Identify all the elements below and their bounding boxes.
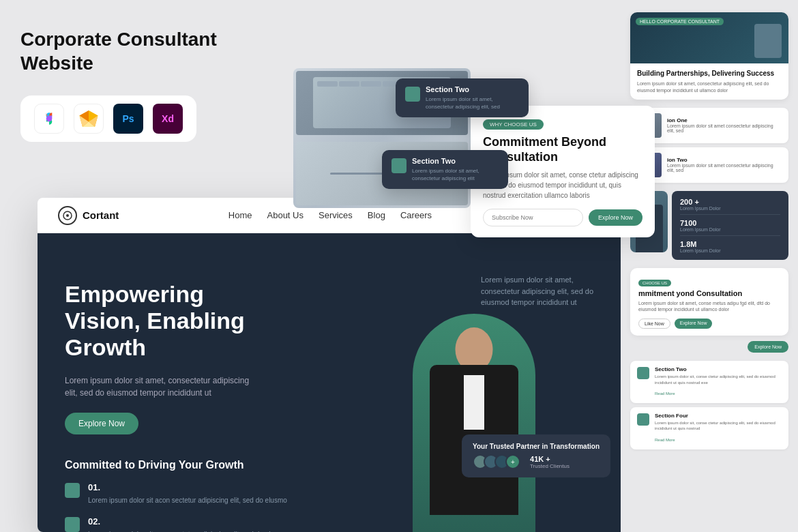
explore-btn-area: Explore Now [630, 341, 788, 353]
section-card-2-text: Lorem ipsum dolor sit, conse ctetur adip… [655, 420, 782, 432]
stat-2-label: Lorem Ipsum Dolor [680, 227, 721, 232]
rc-body-text: Lorem ipsum dolor sit amet, consectetur … [637, 80, 782, 94]
right-sidebar: HELLO CORPORATE CONSULTANT Building Part… [621, 0, 798, 532]
section-card-2-link[interactable]: Read More [655, 438, 675, 442]
floating-card-top-body: Lorem ipsum dolor sit amet, consectetur … [426, 95, 519, 110]
rc-badge: HELLO CORPORATE CONSULTANT [636, 18, 724, 25]
step-1-icon [65, 483, 80, 498]
nav-home[interactable]: Home [228, 210, 252, 220]
partner-card: Your Trusted Partner in Transformation +… [462, 434, 610, 477]
floating-card-bottom-title: Section Two [412, 157, 499, 165]
list-item-1-sub: Lorem ipsum dolor sit amet consectetur a… [667, 123, 782, 133]
commitment-card: CHOOSE US mmitment yond Consultation Lor… [630, 268, 788, 336]
rc-person-img [754, 24, 782, 58]
section-card-2: Section Four Lorem ipsum dolor sit, cons… [630, 407, 788, 449]
logo-text: Cortant [83, 209, 119, 221]
stat-row-1: 200 + Lorem Ipsum Dolor [680, 198, 780, 215]
xd-icon[interactable]: Xd [153, 104, 183, 134]
commitment-buttons: Like Now Explore Now [638, 319, 780, 329]
floating-card-bottom-body: Lorem ipsum dolor sit amet, consectetur … [412, 167, 499, 182]
nav-services[interactable]: Services [319, 210, 353, 220]
section-card-1-title: Section Two [655, 366, 782, 372]
section-card-1: Section Two Lorem ipsum dolor sit, conse… [630, 361, 788, 403]
list-item-1-label: ion One [667, 117, 782, 123]
ps-icon[interactable]: Ps [113, 104, 143, 134]
stat-row-3: 1.8M Lorem Ipsum Dolor [680, 240, 780, 253]
floating-card-top: Section Two Lorem ipsum dolor sit amet, … [396, 78, 529, 117]
stat-3-label: Lorem Ipsum Dolor [680, 248, 721, 253]
why-buttons: Explore Now [483, 209, 642, 226]
choose-us-badge: CHOOSE US [638, 280, 671, 286]
explore-btn-right[interactable]: Explore Now [748, 341, 788, 353]
nav-links: Home About Us Services Blog Careers [228, 210, 432, 220]
nav-about[interactable]: About Us [267, 210, 304, 220]
stats-card: 200 + Lorem Ipsum Dolor 7100 Lorem Ipsum… [672, 191, 788, 260]
stat-3-num: 1.8M [680, 240, 721, 248]
tools-row: Ps Xd [20, 95, 196, 142]
why-cta-button[interactable]: Explore Now [589, 209, 642, 226]
section-card-1-text: Lorem ipsum dolor sit, conse ctetur adip… [655, 374, 782, 385]
page-title: Corporate Consultant Website [20, 27, 273, 75]
step-2-icon [65, 517, 80, 532]
nav-careers[interactable]: Careers [400, 210, 432, 220]
commitment-title: mmitment yond Consultation [638, 289, 780, 297]
section-card-1-icon [637, 367, 649, 379]
svg-point-7 [66, 214, 69, 217]
commitment-body: Lorem ipsum dolor sit amet, conse metus … [638, 300, 780, 314]
section-card-2-title: Section Four [655, 413, 782, 419]
like-now-btn[interactable]: Like Now [638, 319, 670, 329]
logo-circle [58, 206, 77, 225]
stat-2-num: 7100 [680, 219, 721, 227]
hero-right-text: Lorem ipsum dolor sit amet, consectetur … [481, 274, 604, 316]
list-item-2-sub: Lorem ipsum dolor sit amet consectetur a… [667, 163, 782, 173]
explore-now-btn[interactable]: Explore Now [675, 319, 713, 329]
hero-body-text: Lorem ipsum dolor sit amet, consectetur … [65, 374, 256, 399]
nav-logo: Cortant [58, 206, 119, 225]
why-badge: WHY CHOOSE US [483, 119, 544, 130]
list-item-2-label: ion Two [667, 157, 782, 163]
hero-section: Empowering Vision, Enabling Growth Lorem… [38, 233, 638, 532]
floating-card-top-icon [405, 87, 420, 102]
section-card-2-icon [637, 413, 649, 426]
hero-right-desc: Lorem ipsum dolor sit amet, consectetur … [481, 274, 604, 308]
section-card-1-link[interactable]: Read More [655, 391, 675, 396]
person-image [413, 314, 535, 532]
avatar-plus: + [505, 454, 520, 469]
stat-1-num: 200 + [680, 198, 721, 206]
floating-card-top-title: Section Two [426, 85, 519, 93]
rc-title: Building Partnerships, Delivering Succes… [637, 69, 782, 78]
hero-headline: Empowering Vision, Enabling Growth [65, 281, 283, 361]
stat-label: Trusted Clientus [530, 463, 570, 469]
stat-num: 41K + [530, 455, 570, 463]
main-preview: Cortant Home About Us Services Blog Care… [38, 198, 638, 532]
subscribe-input[interactable] [483, 209, 583, 226]
sketch-icon[interactable] [74, 104, 104, 134]
stat-row-2: 7100 Lorem Ipsum Dolor [680, 219, 780, 236]
partner-title: Your Trusted Partner in Transformation [473, 443, 600, 450]
nav-blog[interactable]: Blog [368, 210, 385, 220]
section-cards: Section Two Lorem ipsum dolor sit, conse… [630, 361, 788, 449]
hero-cta-button[interactable]: Explore Now [65, 413, 138, 434]
building-partnerships-card: HELLO CORPORATE CONSULTANT Building Part… [630, 12, 788, 100]
stat-1-label: Lorem Ipsum Dolor [680, 206, 721, 211]
floating-card-bottom: Section Two Lorem ipsum dolor sit amet, … [382, 150, 508, 189]
floating-card-bottom-icon [391, 158, 407, 173]
figma-icon[interactable] [34, 104, 64, 134]
rcard-header: HELLO CORPORATE CONSULTANT [630, 12, 788, 63]
